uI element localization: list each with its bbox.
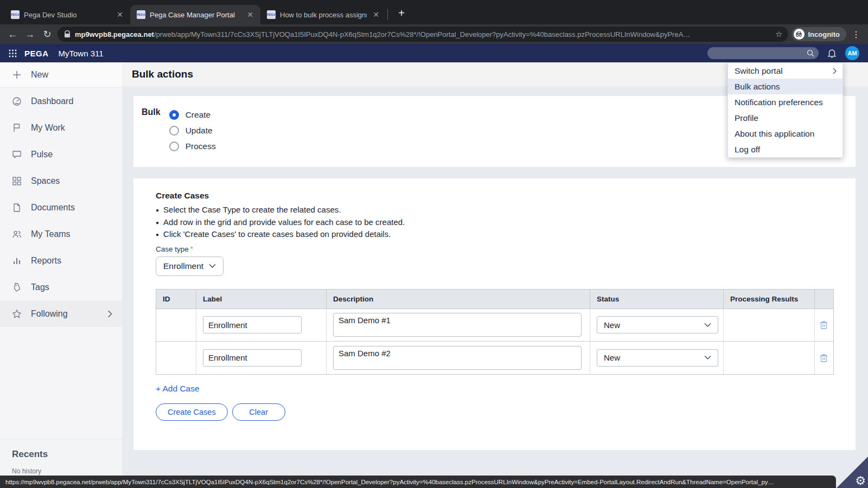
chevron-down-icon: [704, 323, 711, 328]
browser-status-bar: https://mp9wvpb8.pegacea.net/prweb/app/M…: [0, 476, 836, 488]
notifications-bell-icon[interactable]: [827, 48, 837, 58]
menu-item-log-off[interactable]: Log off: [728, 142, 843, 157]
page-title: Bulk actions: [132, 68, 193, 80]
lock-icon: [64, 30, 71, 38]
instruction-item: Click 'Create Cases' to create cases bas…: [156, 228, 856, 241]
sidebar: New Dashboard My Work Pulse Spaces: [0, 62, 122, 488]
menu-item-switch-portal[interactable]: Switch portal: [728, 63, 843, 79]
case-type-dropdown[interactable]: Enrollment: [156, 256, 224, 276]
sidebar-item-tags[interactable]: Tags: [0, 274, 122, 300]
url-text: mp9wvpb8.pegacea.net/prweb/app/MyTown311…: [75, 30, 771, 38]
back-icon[interactable]: ←: [5, 29, 20, 40]
id-cell: [156, 309, 196, 341]
create-cases-button[interactable]: Create Cases: [156, 403, 228, 421]
browser-tabbar: PEGA Pega Dev Studio ✕ PEGA Pega Case Ma…: [0, 0, 868, 24]
sidebar-item-dashboard[interactable]: Dashboard: [0, 88, 122, 114]
instructions-list: Select the Case Type to create the relat…: [156, 204, 856, 241]
id-cell: [156, 342, 196, 374]
sidebar-item-pulse[interactable]: Pulse: [0, 141, 122, 168]
chevron-down-icon: [704, 355, 711, 360]
incognito-label: Incognito: [808, 30, 840, 38]
status-url-text: https://mp9wvpb8.pegacea.net/prweb/app/M…: [5, 479, 774, 485]
menu-item-label: Bulk actions: [735, 82, 780, 92]
sidebar-item-following[interactable]: Following: [0, 300, 122, 327]
processing-results-cell: [724, 309, 815, 341]
bulk-radio-group: Create Update Process: [169, 107, 216, 154]
menu-item-label: Switch portal: [735, 66, 783, 76]
radio-option-create[interactable]: Create: [169, 107, 216, 123]
tab-title: How to bulk process assignme: [280, 11, 367, 19]
tab-separator: [387, 9, 388, 20]
bookmark-star-icon[interactable]: ☆: [775, 29, 782, 39]
radio-unselected-icon[interactable]: [169, 126, 179, 136]
new-tab-button[interactable]: +: [394, 6, 409, 20]
sidebar-item-label: Documents: [31, 203, 75, 213]
status-select[interactable]: New: [597, 316, 718, 333]
status-select[interactable]: New: [597, 349, 718, 367]
address-bar[interactable]: mp9wvpb8.pegacea.net/prweb/app/MyTown311…: [58, 27, 788, 42]
sidebar-item-spaces[interactable]: Spaces: [0, 168, 122, 194]
reload-icon[interactable]: ↻: [40, 28, 54, 40]
tab-pega-dev-studio[interactable]: PEGA Pega Dev Studio ✕: [4, 5, 130, 24]
gauge-icon: [12, 97, 22, 106]
tab-how-to-bulk-process[interactable]: PEGA How to bulk process assignme ✕: [260, 5, 386, 24]
sidebar-item-label: Dashboard: [31, 97, 73, 106]
tab-case-manager-portal[interactable]: PEGA Pega Case Manager Portal ✕: [130, 5, 260, 24]
menu-item-notification-preferences[interactable]: Notification preferences: [728, 94, 843, 110]
star-icon: [12, 309, 22, 319]
sidebar-item-label: Reports: [31, 256, 61, 266]
sidebar-item-documents[interactable]: Documents: [0, 194, 122, 221]
tab-close-icon[interactable]: ✕: [245, 10, 255, 20]
radio-label: Create: [186, 110, 211, 120]
search-icon: [807, 49, 814, 57]
table-row: Sam Demo #2 New: [156, 342, 833, 374]
user-avatar[interactable]: AM: [845, 46, 859, 60]
description-textarea[interactable]: Sam Demo #2: [333, 346, 582, 370]
column-header-status: Status: [590, 290, 724, 309]
sidebar-item-reports[interactable]: Reports: [0, 247, 122, 274]
incognito-icon: [794, 29, 805, 40]
delete-row-icon[interactable]: [819, 320, 828, 330]
grid-icon: [12, 176, 22, 186]
url-path: /prweb/app/MyTown311/7cCs3XSjTLTjVOQa1I5…: [154, 30, 690, 38]
pega-favicon-icon: PEGA: [267, 10, 276, 19]
delete-row-icon[interactable]: [819, 353, 828, 363]
people-icon: [12, 229, 22, 239]
label-input[interactable]: [203, 349, 302, 367]
chat-icon: [12, 150, 22, 159]
sidebar-item-label: Spaces: [31, 176, 60, 186]
header-search-input[interactable]: [707, 47, 819, 59]
menu-item-profile[interactable]: Profile: [728, 110, 843, 126]
sidebar-item-new[interactable]: New: [0, 62, 122, 88]
sidebar-item-my-teams[interactable]: My Teams: [0, 221, 122, 247]
incognito-badge: Incognito: [792, 27, 847, 41]
browser-menu-icon[interactable]: ⋮: [850, 29, 863, 40]
radio-option-process[interactable]: Process: [169, 138, 216, 154]
gear-icon[interactable]: ⚙: [855, 474, 866, 488]
radio-label: Update: [186, 126, 213, 136]
forward-icon[interactable]: →: [23, 29, 37, 40]
tab-close-icon[interactable]: ✕: [371, 10, 381, 20]
browser-toolbar: ← → ↻ mp9wvpb8.pegacea.net/prweb/app/MyT…: [0, 24, 868, 44]
column-header-description: Description: [327, 290, 590, 309]
label-input[interactable]: [203, 316, 302, 333]
pega-favicon-icon: PEGA: [137, 10, 145, 19]
radio-selected-icon[interactable]: [169, 110, 179, 120]
column-header-label: Label: [196, 290, 327, 309]
sidebar-item-label: Pulse: [31, 150, 53, 159]
radio-option-update[interactable]: Update: [169, 123, 216, 138]
menu-item-label: Profile: [735, 113, 758, 123]
sidebar-item-label: My Work: [31, 123, 65, 133]
radio-unselected-icon[interactable]: [169, 142, 179, 151]
clear-button[interactable]: Clear: [232, 403, 285, 421]
app-launcher-icon[interactable]: [9, 49, 17, 57]
description-textarea[interactable]: Sam Demo #1: [333, 313, 582, 337]
recents-empty-text: No history: [12, 467, 122, 475]
add-case-link[interactable]: + Add Case: [156, 384, 200, 394]
status-value: New: [604, 320, 620, 330]
tab-close-icon[interactable]: ✕: [115, 10, 125, 20]
sidebar-item-my-work[interactable]: My Work: [0, 114, 122, 141]
tab-title: Pega Dev Studio: [24, 11, 111, 19]
menu-item-bulk-actions[interactable]: Bulk actions: [728, 79, 843, 94]
menu-item-about-this-application[interactable]: About this application: [728, 126, 843, 142]
